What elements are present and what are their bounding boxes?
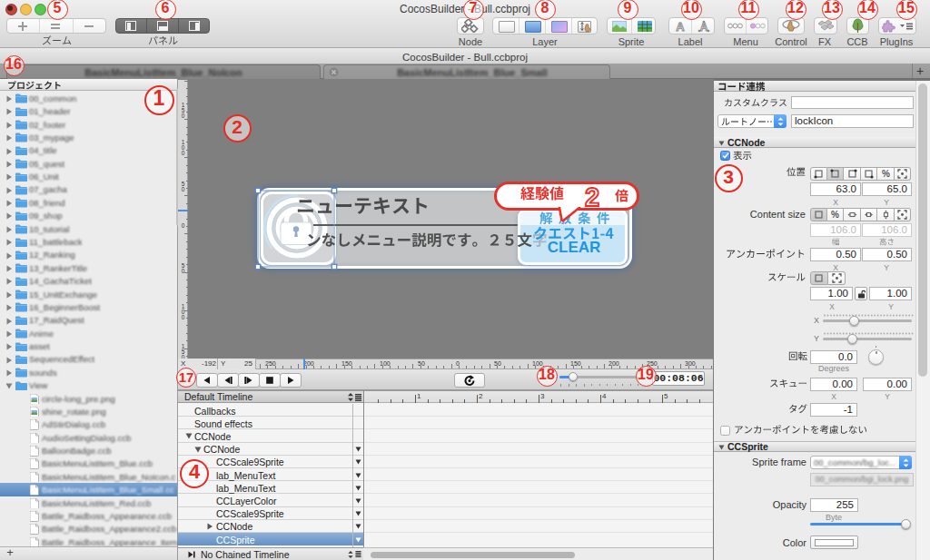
svg-text:A: A bbox=[676, 20, 685, 33]
svg-text:%: % bbox=[882, 169, 890, 179]
svg-text:%: % bbox=[831, 210, 839, 220]
